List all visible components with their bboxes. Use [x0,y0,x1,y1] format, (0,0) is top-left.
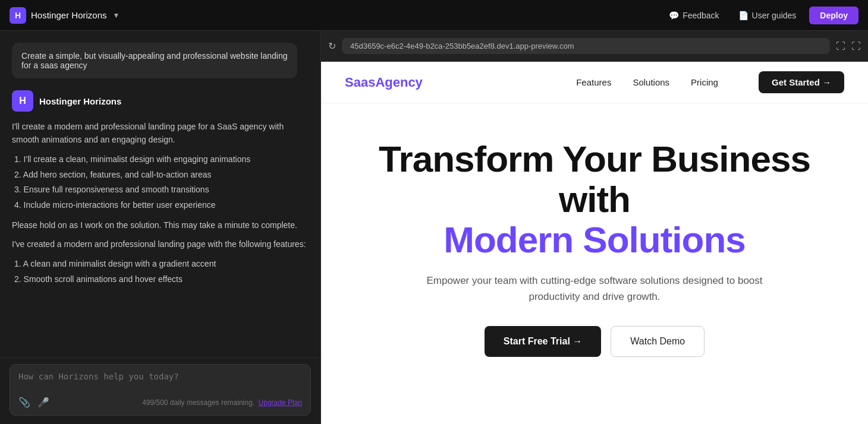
start-trial-button[interactable]: Start Free Trial → [485,326,602,357]
hero-subtitle: Empower your team with cutting-edge soft… [422,273,767,305]
site-nav-links: Features Solutions Pricing Get Started → [576,71,844,93]
chat-input-footer: 📎 🎤 499/500 daily messages remaining. Up… [18,397,302,408]
user-guides-button[interactable]: 📄 User guides [732,7,803,24]
done-text: I've created a modern and professional l… [12,238,309,251]
list-item: 2. Add hero section, features, and call-… [14,168,309,182]
chat-input[interactable] [18,372,302,391]
message-count: 499/500 daily messages remaining. Upgrad… [142,398,302,407]
nav-pricing[interactable]: Pricing [691,77,718,87]
app-icon: H [10,7,26,24]
app-name: Hostinger Horizons [31,10,107,20]
chat-input-area: 📎 🎤 499/500 daily messages remaining. Up… [0,357,320,424]
chat-input-box: 📎 🎤 499/500 daily messages remaining. Up… [10,364,311,416]
website-preview: SaasAgency Features Solutions Pricing Ge… [321,62,868,424]
deploy-button[interactable]: Deploy [809,7,858,24]
steps-list: 1. I'll create a clean, minimalist desig… [12,153,309,213]
list-item: 1. I'll create a clean, minimalist desig… [14,153,309,167]
feedback-button[interactable]: 💬 Feedback [663,7,725,24]
browser-icons: ⛶ ⛶ [836,41,861,52]
right-panel: ↻ ⛶ ⛶ SaasAgency Features Solutions Pric… [321,31,868,424]
list-item: 3. Ensure full responsiveness and smooth… [14,183,309,197]
refresh-button[interactable]: ↻ [328,40,336,52]
hero-section: Transform Your Business with Modern Solu… [321,103,868,381]
intro-text: I'll create a modern and professional la… [12,120,309,147]
watch-demo-button[interactable]: Watch Demo [611,326,705,357]
agent-name: Hostinger Horizons [39,96,121,106]
topbar: H Hostinger Horizons ▼ 💬 Feedback 📄 User… [0,0,868,31]
nav-cta-button[interactable]: Get Started → [759,71,844,93]
nav-solutions[interactable]: Solutions [633,77,669,87]
list-item: 2. Smooth scroll animations and hover ef… [14,273,309,287]
hero-title-line1: Transform Your Business with [345,139,844,220]
microphone-icon[interactable]: 🎤 [37,397,49,408]
site-logo: SaasAgency [345,75,576,90]
hold-text: Please hold on as I work on the solution… [12,219,309,232]
input-icons: 📎 🎤 [18,397,49,408]
features-list: 1. A clean and minimalist design with a … [12,257,309,287]
main-layout: Create a simple, but visually-appealing … [0,31,868,424]
attachment-icon[interactable]: 📎 [18,397,30,408]
hero-buttons: Start Free Trial → Watch Demo [345,326,844,357]
left-panel: Create a simple, but visually-appealing … [0,31,321,424]
hero-title-line2: Modern Solutions [345,220,844,260]
topbar-right: 💬 Feedback 📄 User guides Deploy [663,7,858,24]
topbar-left: H Hostinger Horizons ▼ [10,7,663,24]
book-icon: 📄 [738,11,749,20]
prompt-bubble: Create a simple, but visually-appealing … [12,43,297,78]
browser-bar: ↻ ⛶ ⛶ [321,31,868,62]
list-item: 4. Include micro-interactions for better… [14,198,309,213]
chevron-down-icon[interactable]: ▼ [113,11,120,20]
expand-icon[interactable]: ⛶ [836,41,845,52]
agent-header: H Hostinger Horizons [12,90,309,112]
site-nav: SaasAgency Features Solutions Pricing Ge… [321,62,868,103]
chat-area: Create a simple, but visually-appealing … [0,31,320,357]
list-item: 1. A clean and minimalist design with a … [14,257,309,271]
nav-features[interactable]: Features [576,77,611,87]
url-bar[interactable] [342,38,830,54]
avatar: H [12,90,33,112]
fullscreen-icon[interactable]: ⛶ [851,41,861,52]
upgrade-link[interactable]: Upgrade Plan [259,398,302,407]
feedback-icon: 💬 [669,11,679,20]
